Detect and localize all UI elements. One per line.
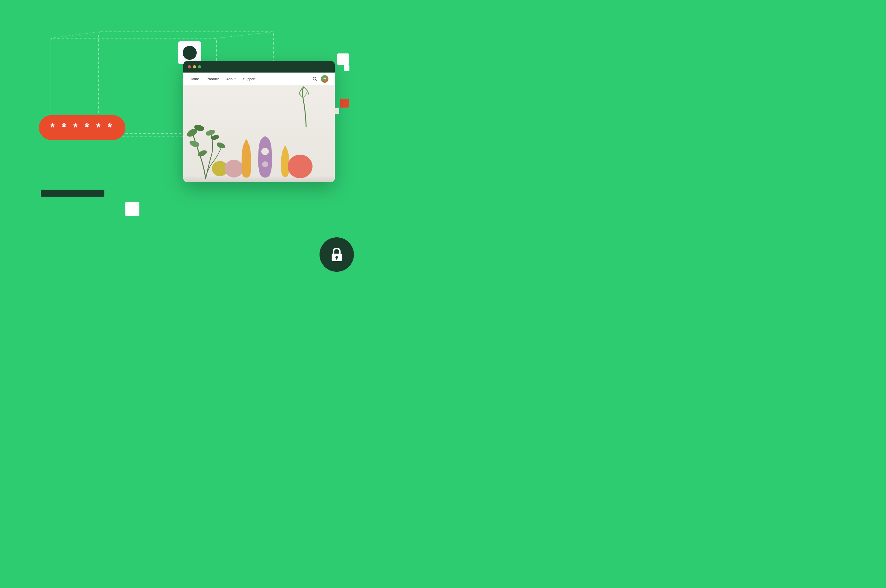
lock-badge bbox=[320, 237, 354, 272]
vases-scene bbox=[183, 85, 335, 182]
lock-icon bbox=[330, 247, 344, 262]
nav-home[interactable]: Home bbox=[190, 77, 199, 81]
svg-point-15 bbox=[189, 140, 200, 148]
browser-window: Home Product About Support bbox=[183, 61, 335, 182]
deco-square-2 bbox=[344, 65, 350, 71]
svg-line-2 bbox=[51, 32, 99, 38]
search-icon[interactable] bbox=[312, 76, 317, 81]
browser-content bbox=[183, 85, 335, 182]
vase-coral-round bbox=[288, 154, 312, 178]
svg-point-8 bbox=[324, 80, 324, 81]
deco-square-1 bbox=[337, 54, 349, 65]
svg-point-17 bbox=[261, 148, 269, 155]
password-asterisks: * * * * * * bbox=[50, 121, 114, 134]
vase-purple-abstract bbox=[255, 136, 276, 177]
svg-line-7 bbox=[316, 80, 317, 81]
dark-accent-bar-small bbox=[125, 202, 140, 216]
svg-rect-21 bbox=[336, 257, 337, 260]
vase-amber-tall bbox=[239, 140, 254, 177]
traffic-light-yellow bbox=[193, 65, 196, 68]
password-pill: * * * * * * bbox=[39, 115, 125, 140]
svg-line-3 bbox=[216, 32, 274, 38]
tall-plant bbox=[297, 85, 316, 127]
browser-navbar: Home Product About Support bbox=[183, 72, 335, 85]
traffic-light-green bbox=[198, 65, 201, 68]
dark-accent-bar bbox=[41, 190, 104, 196]
ground-shadow bbox=[183, 176, 335, 182]
nav-support[interactable]: Support bbox=[243, 77, 255, 81]
svg-point-18 bbox=[262, 161, 268, 167]
traffic-light-red bbox=[188, 65, 191, 68]
nav-product[interactable]: Product bbox=[207, 77, 219, 81]
browser-titlebar bbox=[183, 61, 335, 72]
cart-avatar[interactable] bbox=[321, 75, 329, 83]
nav-about[interactable]: About bbox=[226, 77, 236, 81]
svg-point-9 bbox=[325, 80, 326, 81]
deco-square-orange bbox=[340, 99, 349, 108]
nav-icons bbox=[312, 75, 329, 83]
